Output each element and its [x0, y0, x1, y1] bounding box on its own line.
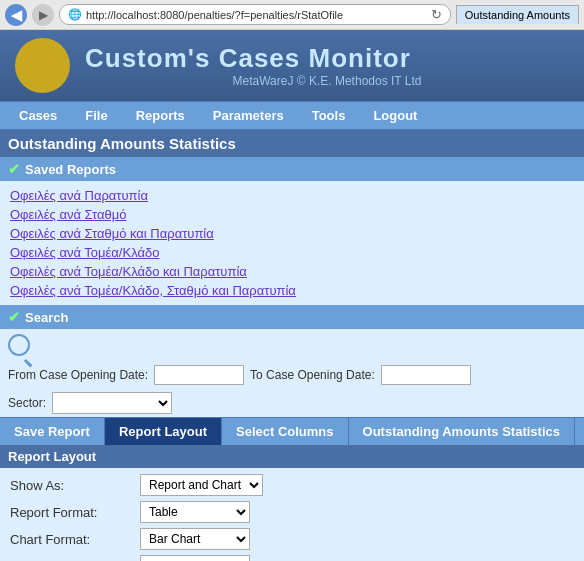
show-as-label: Show As: — [10, 478, 140, 493]
from-date-label: From Case Opening Date: — [8, 368, 148, 382]
search-checkmark-icon: ✔ — [8, 309, 20, 325]
tab-save-report[interactable]: Save Report — [0, 418, 105, 445]
chart-format-label: Chart Format: — [10, 532, 140, 547]
to-date-input[interactable] — [381, 365, 471, 385]
browser-bar: ◀ ▶ 🌐 http://localhost:8080/penalties/?f… — [0, 0, 584, 30]
address-icon: 🌐 — [68, 8, 82, 21]
address-bar[interactable]: 🌐 http://localhost:8080/penalties/?f=pen… — [59, 4, 451, 25]
report-format-label: Report Format: — [10, 505, 140, 520]
app-title: Custom's Cases Monitor — [85, 43, 569, 74]
saved-reports-label: Saved Reports — [25, 162, 116, 177]
report-link-2[interactable]: Οφειλές ανά Σταθμό και Παρατυπία — [10, 224, 574, 243]
page-heading: Outstanding Amounts Statistics — [0, 130, 584, 157]
menu-file[interactable]: File — [71, 102, 121, 129]
tab-select-columns[interactable]: Select Columns — [222, 418, 349, 445]
menu-tools[interactable]: Tools — [298, 102, 360, 129]
sector-label: Sector: — [8, 396, 46, 410]
menu-logout[interactable]: Logout — [359, 102, 431, 129]
forward-button[interactable]: ▶ — [32, 4, 54, 26]
orientation-select[interactable]: Landscape Portrait — [140, 555, 250, 561]
report-link-5[interactable]: Οφειλές ανά Τομέα/Κλάδο, Σταθμό και Παρα… — [10, 281, 574, 300]
checkmark-icon: ✔ — [8, 161, 20, 177]
browser-tab[interactable]: Outstanding Amounts — [456, 5, 579, 24]
subtitle-text: MetaWareJ © K.E. Methodos IT Ltd — [233, 74, 422, 88]
filter-row: From Case Opening Date: To Case Opening … — [0, 361, 584, 389]
orientation-row: Orientation: Landscape Portrait — [10, 555, 574, 561]
tab-outstanding[interactable]: Outstanding Amounts Statistics — [349, 418, 575, 445]
from-date-input[interactable] — [154, 365, 244, 385]
sector-select[interactable] — [52, 392, 172, 414]
logo-icon — [23, 43, 63, 88]
refresh-icon[interactable]: ↻ — [431, 7, 442, 22]
search-icon-area — [8, 334, 576, 356]
menu-cases[interactable]: Cases — [5, 102, 71, 129]
to-date-label: To Case Opening Date: — [250, 368, 375, 382]
saved-reports-list: Οφειλές ανά Παρατυπία Οφειλές ανά Σταθμό… — [0, 181, 584, 305]
app-subtitle: MetaWareJ © K.E. Methodos IT Ltd — [85, 74, 569, 88]
app-header: Custom's Cases Monitor MetaWareJ © K.E. … — [0, 30, 584, 101]
report-layout-header: Report Layout — [0, 445, 584, 468]
search-section — [0, 329, 584, 361]
report-format-row: Report Format: Table List — [10, 501, 574, 523]
main-menu: Cases File Reports Parameters Tools Logo… — [0, 101, 584, 130]
show-as-select[interactable]: Report and Chart Report Only Chart Only — [140, 474, 263, 496]
saved-reports-header: ✔ Saved Reports — [0, 157, 584, 181]
chart-format-select[interactable]: Bar Chart Pie Chart Line Chart — [140, 528, 250, 550]
show-as-row: Show As: Report and Chart Report Only Ch… — [10, 474, 574, 496]
tab-report-layout[interactable]: Report Layout — [105, 418, 222, 445]
search-header: ✔ Search — [0, 305, 584, 329]
url-text: http://localhost:8080/penalties/?f=penal… — [86, 9, 427, 21]
report-link-3[interactable]: Οφειλές ανά Τομέα/Κλάδο — [10, 243, 574, 262]
sector-row: Sector: — [0, 389, 584, 417]
back-button[interactable]: ◀ — [5, 4, 27, 26]
report-link-4[interactable]: Οφειλές ανά Τομέα/Κλάδο και Παρατυπία — [10, 262, 574, 281]
magnifier-icon — [8, 334, 30, 356]
menu-reports[interactable]: Reports — [122, 102, 199, 129]
app-logo — [15, 38, 70, 93]
report-layout-body: Show As: Report and Chart Report Only Ch… — [0, 468, 584, 561]
app-title-block: Custom's Cases Monitor MetaWareJ © K.E. … — [85, 43, 569, 88]
menu-parameters[interactable]: Parameters — [199, 102, 298, 129]
report-link-0[interactable]: Οφειλές ανά Παρατυπία — [10, 186, 574, 205]
chart-format-row: Chart Format: Bar Chart Pie Chart Line C… — [10, 528, 574, 550]
report-format-select[interactable]: Table List — [140, 501, 250, 523]
search-label: Search — [25, 310, 68, 325]
report-link-1[interactable]: Οφειλές ανά Σταθμό — [10, 205, 574, 224]
tab-bar: Save Report Report Layout Select Columns… — [0, 417, 584, 445]
